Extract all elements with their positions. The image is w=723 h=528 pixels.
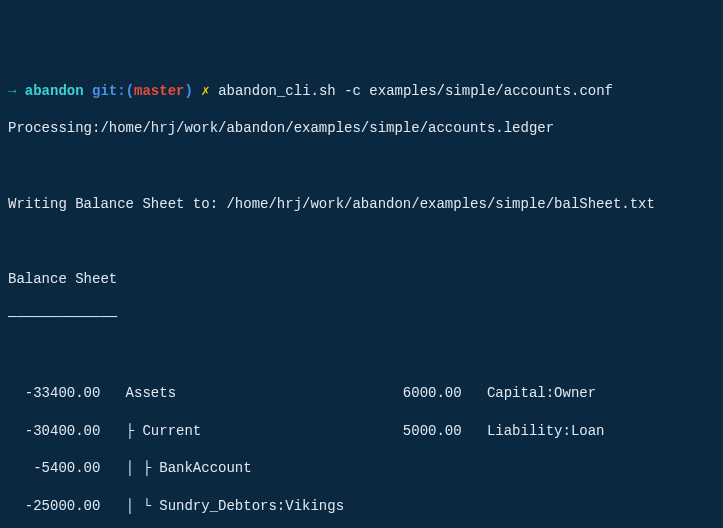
writing-line: Writing Balance Sheet to: /home/hrj/work… [8,195,715,214]
prompt-branch: master [134,83,184,99]
divider: ───────────── [8,308,715,327]
prompt-dirty-icon: ✗ [201,83,218,99]
table-row: -33400.00 Assets 6000.00 Capital:Owner [8,384,715,403]
prompt-git-close: ) [184,83,201,99]
table-row: -5400.00 │ ├ BankAccount [8,459,715,478]
balance-sheet-title: Balance Sheet [8,270,715,289]
processing-line: Processing:/home/hrj/work/abandon/exampl… [8,119,715,138]
prompt-folder: abandon [25,83,84,99]
command-text: abandon_cli.sh -c examples/simple/accoun… [218,83,613,99]
table-row: -25000.00 │ └ Sundry_Debtors:Vikings [8,497,715,516]
prompt-git-label: git:( [84,83,134,99]
table-row: -30400.00 ├ Current 5000.00 Liability:Lo… [8,422,715,441]
prompt-line-1[interactable]: → abandon git:(master) ✗ abandon_cli.sh … [8,82,715,101]
prompt-arrow-icon: → [8,83,25,99]
